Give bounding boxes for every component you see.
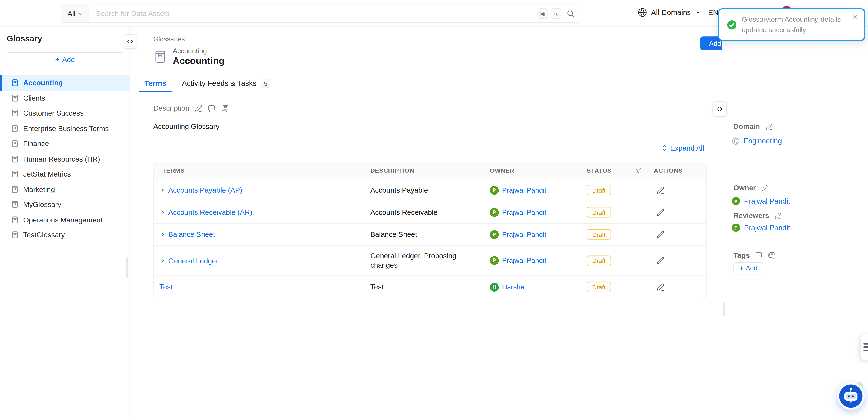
edit-domain-icon[interactable] (766, 123, 772, 130)
sidebar-item-myglossary[interactable]: MyGlossary (0, 197, 130, 212)
search-scope-dropdown[interactable]: All (61, 5, 89, 22)
sidebar-item-testglossary[interactable]: TestGlossary (0, 227, 130, 243)
edit-term-button[interactable] (657, 230, 664, 238)
chatbot-button[interactable] (839, 384, 863, 408)
expand-row-icon[interactable] (159, 187, 165, 193)
glossary-book-icon (11, 200, 19, 209)
edit-description-icon[interactable] (195, 104, 202, 112)
entity-parent-link[interactable]: Accounting (173, 47, 207, 55)
globe-icon (732, 137, 740, 145)
term-description: Balance Sheet (366, 224, 482, 245)
sidebar-item-operations-management[interactable]: Operations Management (0, 212, 130, 227)
owner-value-link[interactable]: P Prajwal Pandit (732, 197, 790, 205)
edit-term-button[interactable] (657, 257, 664, 264)
glossary-book-icon (11, 155, 19, 163)
expand-all-label: Expand All (670, 144, 704, 152)
edit-term-button[interactable] (657, 186, 664, 194)
term-link[interactable]: Accounts Payable (AP) (168, 186, 242, 194)
search-icon[interactable] (566, 9, 575, 18)
request-tags-icon[interactable]: ? (755, 252, 763, 259)
status-badge: Draft (587, 185, 611, 195)
term-link[interactable]: General Ledger (168, 256, 218, 265)
search-shortcut: ⌘ K (537, 5, 581, 22)
owner-value: Prajwal Pandit (744, 197, 790, 205)
glossary-book-icon (11, 109, 19, 118)
sidebar-item-customer-success[interactable]: Customer Success (0, 106, 130, 121)
tags-comments-icon[interactable] (768, 252, 775, 259)
sidebar-item-label: Finance (23, 140, 49, 148)
toast-close-icon[interactable]: ✕ (852, 14, 858, 20)
glossary-book-icon (11, 170, 19, 178)
col-terms: TERMS (154, 167, 366, 174)
sidebar-item-clients[interactable]: Clients (0, 91, 130, 106)
sidebar-item-label: Marketing (23, 185, 55, 193)
edit-reviewers-icon[interactable] (775, 212, 781, 219)
add-tag-button[interactable]: + Add (734, 262, 764, 275)
domain-value-link[interactable]: Engineering (732, 137, 782, 145)
expand-row-icon[interactable] (159, 231, 165, 237)
glossary-list: AccountingClientsCustomer SuccessEnterpr… (0, 75, 130, 243)
expand-row-icon[interactable] (159, 209, 165, 215)
expand-collapse-icon (661, 144, 667, 152)
plus-icon: + (740, 264, 744, 272)
terms-table-body: Accounts Payable (AP)Accounts PayablePPr… (154, 179, 706, 298)
chevron-down-icon (79, 11, 84, 16)
term-link[interactable]: Balance Sheet (168, 230, 215, 238)
request-description-icon[interactable]: ? (208, 104, 215, 112)
owner-name: Prajwal Pandit (502, 208, 546, 216)
edit-term-button[interactable] (657, 283, 664, 291)
owner-link[interactable]: PPrajwal Pandit (490, 186, 547, 194)
domain-value: Engineering (744, 137, 782, 145)
svg-text:?: ? (211, 105, 212, 109)
status-filter-icon[interactable] (635, 167, 642, 174)
description-comments-icon[interactable] (221, 104, 228, 112)
sidebar-item-human-resources-hr[interactable]: Human Resources (HR) (0, 151, 130, 166)
sidebar-item-accounting[interactable]: Accounting (0, 75, 130, 91)
sidebar-collapse-button[interactable] (123, 34, 137, 49)
glossary-book-icon (11, 79, 19, 87)
code-collapse-icon (716, 106, 723, 113)
sidebar-item-finance[interactable]: Finance (0, 136, 130, 151)
owner-name: Harsha (502, 283, 524, 291)
domains-selector[interactable]: All Domains (638, 8, 701, 17)
edit-owner-icon[interactable] (761, 185, 768, 191)
col-actions: ACTIONS (647, 167, 707, 174)
tags-section-header: Tags ? (734, 251, 775, 260)
owner-avatar: P (490, 186, 499, 194)
owner-link[interactable]: PPrajwal Pandit (490, 256, 547, 265)
tab-bar: Terms Activity Feeds & Tasks 5 (139, 75, 713, 92)
main-scrollbar[interactable] (723, 302, 725, 316)
owner-link[interactable]: HHarsha (490, 283, 525, 291)
globe-icon (638, 8, 647, 17)
expand-row-icon[interactable] (159, 258, 165, 264)
reviewer-value-link[interactable]: P Prajwal Pandit (732, 224, 790, 232)
sidebar-item-marketing[interactable]: Marketing (0, 182, 130, 197)
owner-link[interactable]: PPrajwal Pandit (490, 230, 547, 239)
right-panel-collapse-button[interactable] (712, 101, 727, 117)
glossary-book-icon (153, 49, 167, 65)
term-link[interactable]: Test (159, 283, 173, 291)
breadcrumb[interactable]: Glossaries (153, 35, 185, 43)
glossary-book-icon (11, 140, 19, 148)
owner-link[interactable]: PPrajwal Pandit (490, 207, 547, 217)
add-tag-label: Add (746, 264, 757, 272)
sidebar-item-label: TestGlossary (23, 231, 65, 239)
edit-term-button[interactable] (657, 208, 664, 216)
owner-avatar: P (490, 207, 499, 217)
term-link[interactable]: Accounts Receivable (AR) (168, 208, 252, 217)
tab-terms[interactable]: Terms (139, 75, 172, 92)
tab-activity-label: Activity Feeds & Tasks (182, 79, 256, 88)
add-glossary-button[interactable]: + Add (7, 52, 123, 66)
edge-drawer-handle[interactable] (860, 333, 868, 360)
description-label: Description (153, 104, 189, 113)
tab-activity-feeds[interactable]: Activity Feeds & Tasks 5 (177, 75, 276, 92)
sidebar-item-label: JetStat Metrics (23, 170, 71, 178)
success-toast: Glossaryterm Accounting details updated … (718, 8, 865, 41)
search-input[interactable] (89, 5, 537, 22)
expand-all-button[interactable]: Expand All (661, 144, 704, 152)
term-description: Accounts Receivable (366, 202, 482, 222)
sidebar-scrollbar[interactable] (126, 257, 128, 278)
global-search[interactable]: All ⌘ K (61, 4, 581, 23)
sidebar-item-jetstat-metrics[interactable]: JetStat Metrics (0, 166, 130, 182)
sidebar-item-enterprise-business-terms[interactable]: Enterprise Business Terms (0, 121, 130, 136)
